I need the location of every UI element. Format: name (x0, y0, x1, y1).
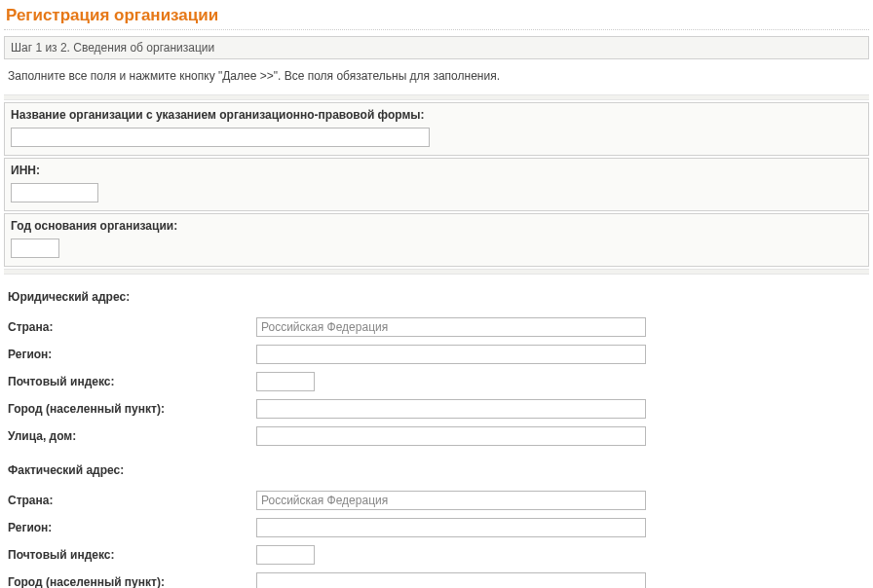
actual-zip-row: Почтовый индекс: (6, 541, 867, 569)
founding-year-block: Год основания организации: (4, 213, 869, 267)
legal-zip-row: Почтовый индекс: (6, 368, 867, 395)
legal-region-input[interactable] (256, 345, 646, 364)
actual-zip-label: Почтовый индекс: (8, 548, 256, 562)
actual-country-label: Страна: (8, 494, 256, 507)
inn-input[interactable] (11, 183, 98, 202)
legal-street-row: Улица, дом: (6, 423, 867, 450)
actual-region-input[interactable] (256, 518, 646, 537)
org-name-block: Название организации с указанием организ… (4, 102, 869, 156)
legal-country-label: Страна: (8, 320, 256, 334)
actual-region-row: Регион: (6, 514, 867, 541)
legal-country-input (256, 317, 646, 337)
legal-zip-label: Почтовый индекс: (8, 375, 256, 388)
legal-city-row: Город (населенный пункт): (6, 395, 867, 423)
founding-year-label: Год основания организации: (11, 219, 862, 233)
section-spacer (4, 94, 869, 100)
page-title: Регистрация организации (4, 4, 869, 30)
legal-address-section: Юридический адрес: Страна: Регион: Почто… (4, 276, 869, 450)
actual-zip-input[interactable] (256, 545, 315, 565)
legal-street-input[interactable] (256, 426, 646, 446)
founding-year-input[interactable] (11, 239, 59, 258)
actual-city-input[interactable] (256, 572, 646, 588)
legal-street-label: Улица, дом: (8, 429, 256, 443)
legal-country-row: Страна: (6, 313, 867, 341)
legal-zip-input[interactable] (256, 372, 315, 391)
actual-region-label: Регион: (8, 521, 256, 534)
actual-city-label: Город (населенный пункт): (8, 575, 256, 588)
inn-label: ИНН: (11, 164, 862, 177)
step-indicator: Шаг 1 из 2. Сведения об организации (4, 36, 869, 59)
legal-address-heading: Юридический адрес: (6, 284, 867, 313)
legal-city-label: Город (населенный пункт): (8, 402, 256, 416)
org-name-input[interactable] (11, 128, 430, 147)
actual-country-row: Страна: (6, 487, 867, 514)
legal-region-row: Регион: (6, 341, 867, 368)
legal-region-label: Регион: (8, 348, 256, 361)
org-name-label: Название организации с указанием организ… (11, 108, 862, 122)
actual-address-section: Фактический адрес: Страна: Регион: Почто… (4, 450, 869, 588)
section-spacer (4, 269, 869, 275)
actual-country-input (256, 491, 646, 510)
legal-city-input[interactable] (256, 399, 646, 419)
actual-city-row: Город (населенный пункт): (6, 569, 867, 588)
instructions-text: Заполните все поля и нажмите кнопку "Дал… (4, 63, 869, 92)
inn-block: ИНН: (4, 158, 869, 211)
actual-address-heading: Фактический адрес: (6, 458, 867, 487)
